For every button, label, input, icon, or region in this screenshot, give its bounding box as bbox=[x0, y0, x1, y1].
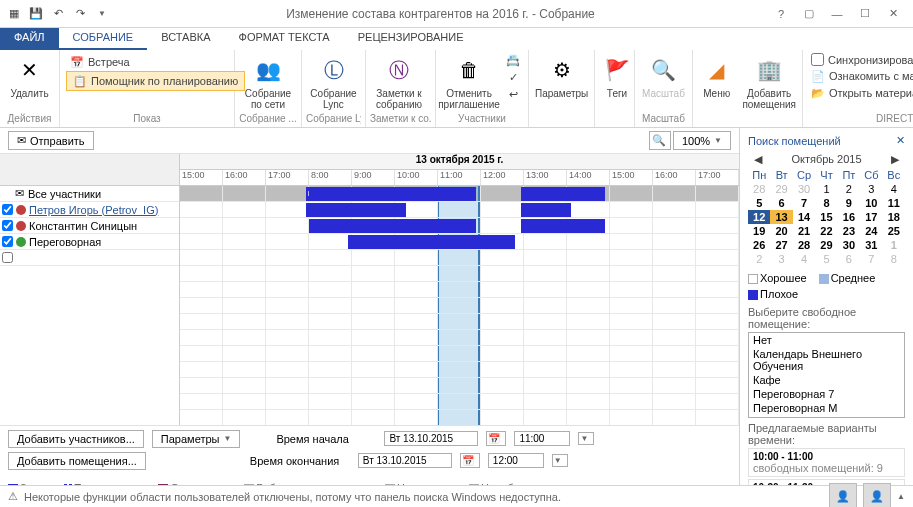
tags-button[interactable]: 🚩Теги bbox=[599, 52, 635, 101]
tab-file[interactable]: ФАЙЛ bbox=[0, 28, 59, 50]
cal-day[interactable]: 5 bbox=[815, 252, 837, 266]
delete-button[interactable]: ✕ Удалить bbox=[4, 52, 55, 101]
busy-block[interactable] bbox=[309, 187, 477, 201]
cal-day[interactable]: 24 bbox=[860, 224, 882, 238]
cal-day[interactable]: 14 bbox=[793, 210, 815, 224]
timeline[interactable]: 13 октября 2015 г. 15:0016:0017:008:009:… bbox=[180, 154, 739, 425]
minimize-icon[interactable]: — bbox=[825, 4, 849, 24]
cal-day[interactable]: 6 bbox=[838, 252, 860, 266]
options-button[interactable]: ⚙Параметры bbox=[533, 52, 590, 101]
attendee-add-row[interactable] bbox=[0, 250, 179, 266]
room-option[interactable]: Переговорная 7 bbox=[749, 387, 904, 401]
start-date-picker[interactable]: 📅 bbox=[486, 431, 506, 446]
ribbon-options-icon[interactable]: ? bbox=[769, 4, 793, 24]
busy-block[interactable] bbox=[309, 219, 477, 233]
params-button[interactable]: Параметры ▼ bbox=[152, 430, 241, 448]
add-participants-button[interactable]: Добавить участников... bbox=[8, 430, 144, 448]
cal-day[interactable]: 28 bbox=[748, 182, 770, 196]
send-button[interactable]: ✉Отправить bbox=[8, 131, 94, 150]
tab-format[interactable]: ФОРМАТ ТЕКСТА bbox=[225, 28, 344, 50]
lync-meeting-button[interactable]: ⓁСобрание Lync bbox=[306, 52, 361, 112]
appointment-button[interactable]: 📅Встреча bbox=[66, 54, 245, 70]
close-icon[interactable]: ✕ bbox=[881, 4, 905, 24]
busy-block[interactable] bbox=[348, 235, 516, 249]
tab-meeting[interactable]: СОБРАНИЕ bbox=[59, 28, 148, 50]
avatar-1[interactable]: 👤 bbox=[829, 483, 857, 508]
cal-day[interactable]: 10 bbox=[860, 196, 882, 210]
busy-block[interactable] bbox=[521, 203, 571, 217]
cal-day[interactable]: 3 bbox=[770, 252, 792, 266]
cal-day[interactable]: 11 bbox=[883, 196, 905, 210]
attendee-row[interactable]: Петров Игорь (Petrov_IG) bbox=[0, 202, 179, 218]
save-icon[interactable]: 💾 bbox=[26, 4, 46, 24]
cal-day[interactable]: 5 bbox=[748, 196, 770, 210]
directum-menu-button[interactable]: ◢Меню bbox=[697, 52, 736, 101]
room-option[interactable]: Переговорная М bbox=[749, 401, 904, 415]
attendee-row[interactable]: Константин Синицын bbox=[0, 218, 179, 234]
sync-directum-checkbox[interactable]: Синхронизировать в DIRECTUM bbox=[807, 52, 913, 67]
cal-day[interactable]: 13 bbox=[770, 210, 792, 224]
next-month-icon[interactable]: ▶ bbox=[891, 153, 899, 166]
scheduling-assistant-button[interactable]: 📋Помощник по планированию bbox=[66, 71, 245, 91]
end-date-input[interactable] bbox=[358, 453, 452, 468]
room-option[interactable]: Теннисный стол bbox=[749, 415, 904, 418]
start-time-dropdown[interactable]: ▼ bbox=[578, 432, 594, 445]
cal-day[interactable]: 20 bbox=[770, 224, 792, 238]
cal-day[interactable]: 29 bbox=[815, 238, 837, 252]
add-room-button[interactable]: 🏢Добавить помещения bbox=[740, 52, 798, 112]
cal-day[interactable]: 2 bbox=[748, 252, 770, 266]
end-date-picker[interactable]: 📅 bbox=[460, 453, 480, 468]
cancel-invitation-button[interactable]: 🗑Отменить приглашение bbox=[440, 52, 498, 112]
end-time-input[interactable] bbox=[488, 453, 544, 468]
zoom-lens-button[interactable]: 🔍 bbox=[649, 131, 671, 150]
room-list[interactable]: НетКалендарь Внешнего ОбученияКафеПерего… bbox=[748, 332, 905, 418]
redo-icon[interactable]: ↷ bbox=[70, 4, 90, 24]
start-date-input[interactable] bbox=[384, 431, 478, 446]
cal-day[interactable]: 29 bbox=[770, 182, 792, 196]
familiarize-button[interactable]: 📄Ознакомить с материалами bbox=[807, 68, 913, 84]
maximize-icon[interactable]: ☐ bbox=[853, 4, 877, 24]
attendee-checkbox[interactable] bbox=[2, 204, 13, 215]
add-rooms-button[interactable]: Добавить помещения... bbox=[8, 452, 146, 470]
online-meeting-button[interactable]: 👥Собрание по сети bbox=[239, 52, 297, 112]
busy-block[interactable] bbox=[521, 219, 605, 233]
cal-day[interactable]: 15 bbox=[815, 210, 837, 224]
cal-day[interactable]: 31 bbox=[860, 238, 882, 252]
cal-day[interactable]: 2 bbox=[838, 182, 860, 196]
room-option[interactable]: Нет bbox=[749, 333, 904, 347]
room-option[interactable]: Кафе bbox=[749, 373, 904, 387]
people-pane-toggle[interactable]: ▲ bbox=[897, 492, 905, 501]
cal-day[interactable]: 8 bbox=[815, 196, 837, 210]
cal-day[interactable]: 3 bbox=[860, 182, 882, 196]
cal-day[interactable]: 30 bbox=[838, 238, 860, 252]
cal-day[interactable]: 27 bbox=[770, 238, 792, 252]
suggested-time-1[interactable]: 10:00 - 11:00свободных помещений: 9 bbox=[748, 448, 905, 477]
cal-day[interactable]: 26 bbox=[748, 238, 770, 252]
cal-day[interactable]: 1 bbox=[815, 182, 837, 196]
cal-day[interactable]: 22 bbox=[815, 224, 837, 238]
busy-block[interactable] bbox=[306, 203, 356, 217]
cal-day[interactable]: 23 bbox=[838, 224, 860, 238]
cal-day[interactable]: 1 bbox=[883, 238, 905, 252]
cal-day[interactable]: 18 bbox=[883, 210, 905, 224]
attendee-checkbox[interactable] bbox=[2, 220, 13, 231]
cal-day[interactable]: 19 bbox=[748, 224, 770, 238]
zoom-button[interactable]: 🔍Масштаб bbox=[639, 52, 688, 101]
open-materials-button[interactable]: 📂Открыть материалы совещания bbox=[807, 85, 913, 101]
end-time-dropdown[interactable]: ▼ bbox=[552, 454, 568, 467]
room-option[interactable]: Календарь Внешнего Обучения bbox=[749, 347, 904, 373]
address-book-button[interactable]: 📇 bbox=[502, 52, 524, 68]
tab-insert[interactable]: ВСТАВКА bbox=[147, 28, 224, 50]
cal-day[interactable]: 25 bbox=[883, 224, 905, 238]
cal-day[interactable]: 16 bbox=[838, 210, 860, 224]
avatar-2[interactable]: 👤 bbox=[863, 483, 891, 508]
cal-day[interactable]: 8 bbox=[883, 252, 905, 266]
attendee-row[interactable]: Переговорная bbox=[0, 234, 179, 250]
meeting-notes-button[interactable]: ⓃЗаметки к собранию bbox=[370, 52, 428, 112]
cal-day[interactable]: 9 bbox=[838, 196, 860, 210]
app-icon[interactable]: ▦ bbox=[4, 4, 24, 24]
cal-day[interactable]: 4 bbox=[883, 182, 905, 196]
busy-block[interactable] bbox=[356, 203, 406, 217]
tab-review[interactable]: РЕЦЕНЗИРОВАНИЕ bbox=[344, 28, 478, 50]
collapse-ribbon-icon[interactable]: ▢ bbox=[797, 4, 821, 24]
